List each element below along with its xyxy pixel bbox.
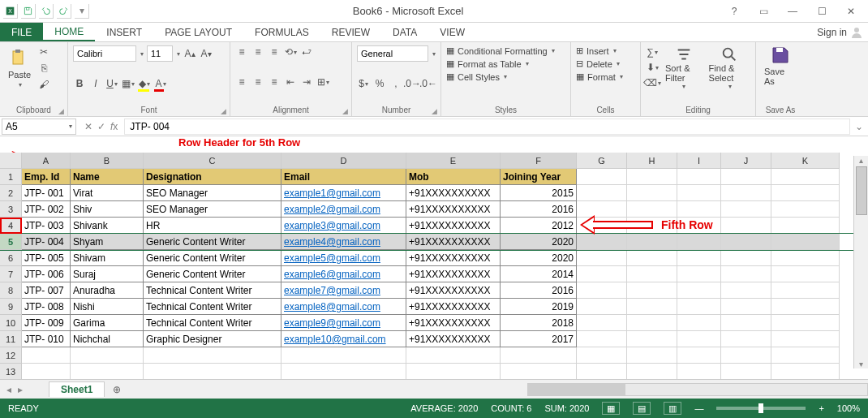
- fx-icon[interactable]: fx: [110, 121, 118, 132]
- cell[interactable]: [577, 201, 627, 218]
- cell[interactable]: [771, 201, 840, 218]
- cell[interactable]: [22, 364, 71, 380]
- cell[interactable]: [577, 218, 627, 234]
- cell[interactable]: [577, 299, 627, 315]
- tab-home[interactable]: HOME: [43, 23, 95, 41]
- sheet-tab-1[interactable]: Sheet1: [49, 381, 105, 397]
- cell[interactable]: [281, 364, 406, 380]
- zoom-out-icon[interactable]: —: [694, 403, 703, 413]
- cut-icon[interactable]: ✂: [37, 45, 50, 58]
- cell[interactable]: Generic Content Writer: [144, 266, 281, 282]
- cell[interactable]: [577, 250, 627, 266]
- cell[interactable]: [627, 234, 677, 250]
- cell[interactable]: Nishi: [71, 299, 144, 315]
- cell[interactable]: [771, 266, 840, 282]
- qat-customize-icon[interactable]: ▾: [75, 4, 89, 19]
- comma-icon[interactable]: ,: [389, 77, 402, 90]
- tab-review[interactable]: REVIEW: [320, 23, 381, 41]
- fill-color-icon[interactable]: ◆▾: [138, 77, 151, 90]
- cell[interactable]: Technical Content Writer: [144, 299, 281, 315]
- align-bottom-icon[interactable]: ≡: [268, 45, 281, 58]
- formula-input[interactable]: JTP- 004: [124, 119, 850, 135]
- col-header-D[interactable]: D: [281, 153, 406, 169]
- accounting-icon[interactable]: $▾: [357, 77, 370, 90]
- row-header[interactable]: 6: [0, 250, 22, 266]
- table-row[interactable]: 1Emp. IdNameDesignationEmailMobJoining Y…: [0, 169, 868, 185]
- cell[interactable]: [677, 234, 721, 250]
- align-right-icon[interactable]: ≡: [268, 75, 281, 88]
- cell[interactable]: Nichchal: [71, 331, 144, 347]
- cell[interactable]: 2018: [501, 315, 577, 331]
- cell[interactable]: [721, 169, 771, 185]
- zoom-slider[interactable]: [716, 407, 806, 410]
- cell[interactable]: [721, 266, 771, 282]
- number-format-select[interactable]: General: [357, 45, 428, 62]
- italic-icon[interactable]: I: [89, 77, 102, 90]
- row-header[interactable]: 7: [0, 266, 22, 282]
- cell[interactable]: [71, 364, 144, 380]
- insert-cells[interactable]: ⊞Insert▾: [576, 45, 635, 56]
- delete-cells[interactable]: ⊟Delete▾: [576, 58, 635, 69]
- tab-insert[interactable]: INSERT: [95, 23, 153, 41]
- table-row[interactable]: 3JTP- 002ShivSEO Managerexample2@gmail.c…: [0, 201, 868, 218]
- tab-page-layout[interactable]: PAGE LAYOUT: [153, 23, 243, 41]
- zoom-in-icon[interactable]: +: [819, 403, 823, 413]
- merge-icon[interactable]: ⊞▾: [316, 75, 329, 88]
- clear-icon[interactable]: ⌫▾: [646, 76, 659, 89]
- zoom-level[interactable]: 100%: [837, 403, 860, 413]
- cell[interactable]: JTP- 009: [22, 315, 71, 331]
- cell[interactable]: [627, 185, 677, 201]
- cell[interactable]: [144, 364, 281, 380]
- cell[interactable]: example3@gmail.com: [281, 218, 406, 234]
- cell[interactable]: Anuradha: [71, 282, 144, 299]
- tab-view[interactable]: VIEW: [428, 23, 476, 41]
- undo-icon[interactable]: [39, 4, 54, 19]
- cell[interactable]: example6@gmail.com: [281, 266, 406, 282]
- header-cell[interactable]: Name: [71, 169, 144, 185]
- cell[interactable]: [627, 266, 677, 282]
- cell[interactable]: JTP- 004: [22, 234, 71, 250]
- row-header[interactable]: 9: [0, 299, 22, 315]
- format-as-table[interactable]: ▦Format as Table▾: [446, 58, 565, 69]
- orientation-icon[interactable]: ⟲▾: [284, 45, 297, 58]
- format-painter-icon[interactable]: 🖌: [37, 78, 50, 91]
- cell[interactable]: Graphic Designer: [144, 331, 281, 347]
- cell[interactable]: +91XXXXXXXXXX: [406, 218, 501, 234]
- dialog-launcher-icon[interactable]: ◢: [58, 107, 64, 115]
- cell[interactable]: 2020: [501, 234, 577, 250]
- cell[interactable]: JTP- 002: [22, 201, 71, 218]
- table-row[interactable]: 6JTP- 005ShivamGeneric Content Writerexa…: [0, 250, 868, 266]
- sign-in[interactable]: Sign in: [812, 23, 868, 41]
- table-row[interactable]: 5JTP- 004ShyamGeneric Content Writerexam…: [0, 234, 868, 250]
- page-break-view-icon[interactable]: ▥: [664, 402, 681, 415]
- cell[interactable]: SEO Manager: [144, 185, 281, 201]
- cell[interactable]: [627, 169, 677, 185]
- row-header[interactable]: 1: [0, 169, 22, 185]
- cell[interactable]: [627, 347, 677, 364]
- cell[interactable]: [721, 299, 771, 315]
- table-row[interactable]: 13: [0, 364, 868, 380]
- cell[interactable]: [771, 234, 840, 250]
- table-row[interactable]: 9JTP- 008NishiTechnical Content Writerex…: [0, 299, 868, 315]
- table-row[interactable]: 2JTP- 001ViratSEO Managerexample1@gmail.…: [0, 185, 868, 201]
- cell[interactable]: JTP- 008: [22, 299, 71, 315]
- cell[interactable]: [627, 315, 677, 331]
- horizontal-scrollbar[interactable]: [527, 383, 868, 396]
- header-cell[interactable]: Email: [281, 169, 406, 185]
- cell[interactable]: [677, 331, 721, 347]
- cell[interactable]: [721, 250, 771, 266]
- cell[interactable]: Suraj: [71, 266, 144, 282]
- cell[interactable]: Virat: [71, 185, 144, 201]
- tab-file[interactable]: FILE: [0, 23, 43, 41]
- cell[interactable]: 2012: [501, 218, 577, 234]
- cell[interactable]: [677, 201, 721, 218]
- cell[interactable]: [677, 315, 721, 331]
- row-header[interactable]: 2: [0, 185, 22, 201]
- col-header-I[interactable]: I: [677, 153, 721, 169]
- cell[interactable]: [22, 347, 71, 364]
- cell[interactable]: Generic Content Writer: [144, 234, 281, 250]
- sheet-nav-prev-icon[interactable]: ◂: [6, 384, 11, 395]
- cell[interactable]: [577, 331, 627, 347]
- cell[interactable]: example1@gmail.com: [281, 185, 406, 201]
- row-header[interactable]: 8: [0, 282, 22, 299]
